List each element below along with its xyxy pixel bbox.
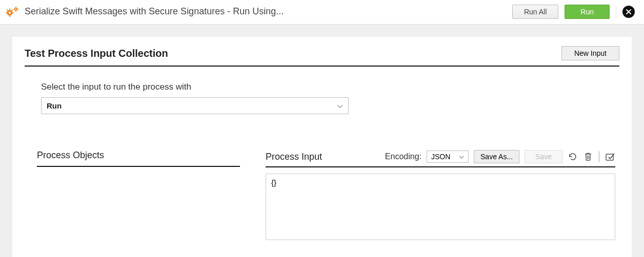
svg-rect-3: [9, 15, 10, 17]
svg-rect-5: [12, 12, 14, 13]
svg-rect-2: [9, 9, 10, 10]
undo-icon[interactable]: [568, 152, 578, 162]
run-button[interactable]: Run: [565, 5, 610, 19]
svg-rect-11: [15, 11, 16, 12]
process-input-body[interactable]: [266, 174, 615, 240]
run-all-button[interactable]: Run All: [512, 5, 558, 19]
encoding-value: JSON: [431, 153, 450, 161]
chevron-down-icon: [459, 153, 464, 161]
close-button[interactable]: [622, 6, 635, 18]
svg-rect-14: [606, 154, 613, 160]
page-title: Serialize Swift Messages with Secure Sig…: [25, 6, 284, 17]
gears-icon: [5, 6, 18, 17]
process-objects-title: Process Objects: [37, 150, 240, 167]
validate-icon[interactable]: [605, 152, 615, 162]
chevron-down-icon: [337, 102, 343, 110]
svg-point-9: [15, 8, 16, 9]
input-select-value: Run: [47, 101, 62, 110]
process-input-title: Process Input: [266, 152, 322, 162]
svg-rect-12: [13, 9, 14, 9]
trash-icon[interactable]: [583, 152, 593, 162]
svg-rect-13: [17, 9, 18, 9]
save-button: Save: [525, 150, 562, 163]
save-as-button[interactable]: Save As...: [474, 150, 519, 163]
svg-rect-4: [6, 12, 7, 13]
encoding-label: Encoding:: [385, 152, 421, 161]
encoding-select[interactable]: JSON: [427, 151, 469, 163]
svg-rect-10: [15, 7, 16, 8]
panel-title: Test Process Input Collection: [25, 48, 168, 59]
new-input-button[interactable]: New Input: [561, 46, 619, 60]
svg-point-1: [9, 12, 11, 14]
select-input-label: Select the input to run the process with: [41, 82, 619, 92]
divider: [598, 151, 600, 162]
input-select[interactable]: Run: [41, 97, 349, 114]
divider: [616, 5, 616, 18]
